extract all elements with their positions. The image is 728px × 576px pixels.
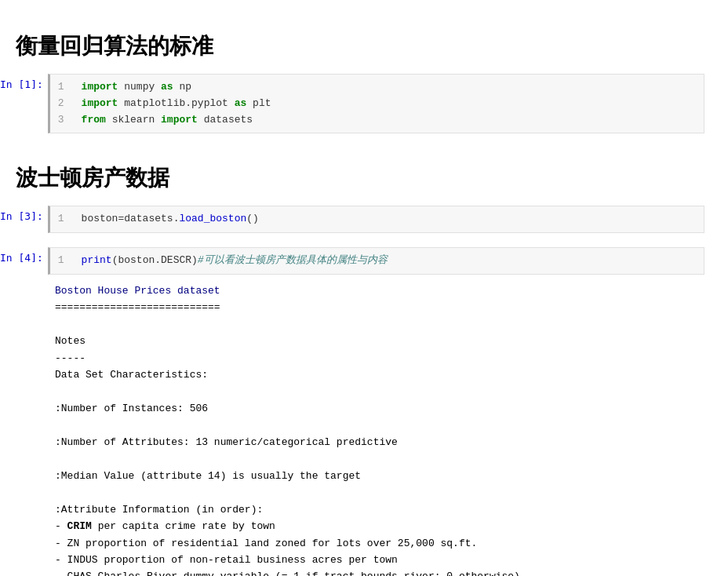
cell-4-input[interactable]: 1 print(boston.DESCR)#可以看波士顿房产数据具体的属性与内容: [48, 247, 704, 275]
output-line-blank2: [55, 384, 697, 400]
kw-import-1: import: [82, 81, 118, 93]
line-num-1-1: 1: [58, 79, 72, 96]
output-line-blank1: [55, 316, 697, 333]
gap-2: [0, 235, 712, 247]
cell-1-input[interactable]: 1 import numpy as np 2 import matplotlib…: [48, 74, 704, 133]
cell-4-output: Boston House Prices dataset ============…: [47, 276, 704, 576]
cell-3: In [3]: 1 boston=datasets.load_boston(): [0, 206, 712, 233]
notebook-container: 衡量回归算法的标准 In [1]: 1 import numpy as np 2…: [0, 0, 728, 576]
output-line-attributes: :Number of Attributes: 13 numeric/catego…: [55, 434, 697, 450]
output-line-blank3: [55, 417, 697, 433]
output-line-dashes: -----: [55, 350, 697, 366]
gap-1: [0, 135, 712, 148]
cell-3-input[interactable]: 1 boston=datasets.load_boston(): [48, 206, 704, 233]
output-line-zn: - ZN proportion of residential land zone…: [55, 535, 697, 552]
cell-4: In [4]: 1 print(boston.DESCR)#可以看波士顿房产数据…: [0, 247, 712, 275]
cell-4-output-area: Boston House Prices dataset ============…: [0, 276, 712, 576]
output-line-blank5: [55, 484, 697, 501]
output-line-title: Boston House Prices dataset: [55, 283, 697, 299]
line-num-1-2: 2: [58, 96, 72, 112]
cell-1: In [1]: 1 import numpy as np 2 import ma…: [0, 74, 712, 133]
heading-regression: 衡量回归算法的标准: [0, 16, 712, 74]
output-line-underline: ===========================: [55, 299, 697, 315]
line-num-3-1: 1: [58, 211, 72, 228]
cell-1-in-label: In [1]:: [0, 74, 48, 90]
output-line-attr-info: :Attribute Information (in order):: [55, 501, 697, 518]
heading-boston: 波士顿房产数据: [0, 148, 712, 206]
output-line-blank4: [55, 450, 697, 467]
line-num-4-1: 1: [58, 253, 72, 269]
output-line-dsc: Data Set Characteristics:: [55, 366, 697, 383]
output-line-indus: - INDUS proportion of non-retail busines…: [55, 552, 697, 568]
output-line-median: :Median Value (attribute 14) is usually …: [55, 468, 697, 484]
output-line-chas: - CHAS Charles River dummy variable (= 1…: [55, 568, 697, 576]
cell-3-in-label: In [3]:: [0, 206, 48, 222]
output-line-crim: - CRIM per capita crime rate by town: [55, 518, 697, 534]
cell-4-in-label: In [4]:: [0, 247, 48, 264]
output-line-notes: Notes: [55, 333, 697, 349]
output-line-instances: :Number of Instances: 506: [55, 400, 697, 417]
line-num-1-3: 3: [58, 112, 72, 129]
